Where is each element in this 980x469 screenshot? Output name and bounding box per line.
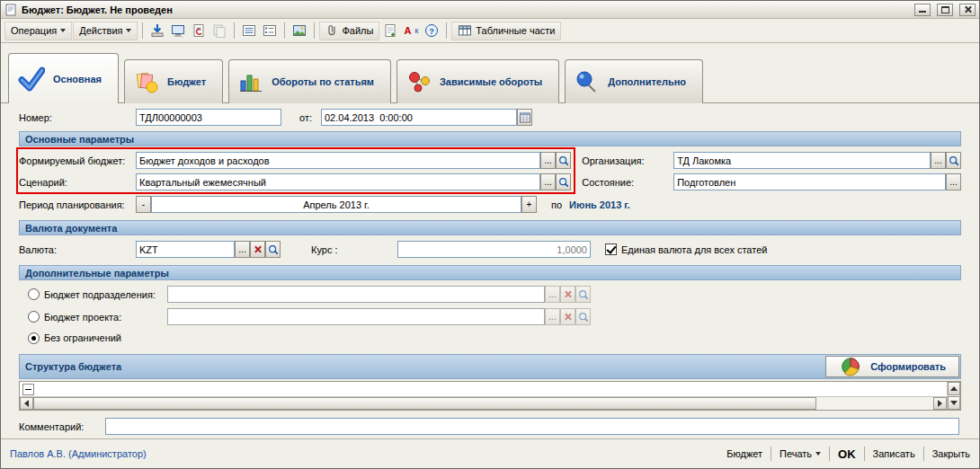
- comment-label: Комментарий:: [19, 421, 105, 432]
- currency-label: Валюта:: [19, 244, 136, 255]
- magnifier-icon: [268, 244, 279, 255]
- bar-chart-icon: [238, 69, 263, 94]
- tab-main[interactable]: Основная: [8, 53, 119, 103]
- no-limits-radio[interactable]: [28, 332, 40, 344]
- period-value-field[interactable]: Апрель 2013 г.: [151, 196, 521, 213]
- forming-budget-input[interactable]: [136, 152, 540, 169]
- print-menu-button[interactable]: Печать: [780, 448, 821, 459]
- save-button[interactable]: Записать: [873, 448, 915, 459]
- rate-input[interactable]: [397, 241, 591, 258]
- current-user-link[interactable]: Павлов А.В. (Администратор): [10, 448, 726, 459]
- scenario-select-button[interactable]: ...: [540, 173, 556, 190]
- state-input[interactable]: [673, 173, 946, 190]
- tab-dependent-turnovers[interactable]: Зависимые обороты: [396, 59, 559, 103]
- scenario-input[interactable]: [136, 173, 540, 190]
- organization-select-button[interactable]: ...: [931, 152, 946, 169]
- magnifier-icon: [578, 312, 589, 323]
- section-additional-parameters: Дополнительные параметры: [19, 265, 961, 280]
- tab-turnovers-by-items[interactable]: Обороты по статьям: [228, 59, 391, 103]
- ok-button[interactable]: OK: [838, 447, 856, 461]
- close-button[interactable]: [959, 4, 976, 16]
- number-input[interactable]: [136, 109, 281, 126]
- tree-root-row[interactable]: [20, 382, 947, 396]
- post-document-button[interactable]: [147, 22, 167, 40]
- tabular-parts-button[interactable]: Табличные части: [451, 22, 561, 40]
- legend-button[interactable]: Ак: [401, 22, 421, 40]
- close-form-button[interactable]: Закрыть: [932, 448, 970, 459]
- currency-input[interactable]: [136, 241, 235, 258]
- horizontal-scroll-track[interactable]: [33, 397, 933, 410]
- help-icon: ?: [424, 23, 439, 38]
- statusbar-separator: [829, 447, 830, 461]
- state-select-button[interactable]: ...: [946, 173, 961, 190]
- actions-menu-button[interactable]: Действия: [73, 22, 138, 40]
- copy-button[interactable]: [209, 22, 229, 40]
- dept-budget-radio[interactable]: [28, 288, 40, 300]
- tab-additional[interactable]: Дополнительно: [565, 59, 703, 103]
- project-budget-select-button[interactable]: ...: [545, 308, 560, 325]
- minimize-button[interactable]: [914, 4, 931, 16]
- horizontal-scroll-thumb[interactable]: [33, 397, 816, 410]
- operation-menu-button[interactable]: Операция: [4, 22, 72, 40]
- project-budget-radio[interactable]: [28, 311, 40, 323]
- tree-collapse-button[interactable]: [22, 384, 34, 395]
- table-icon: [458, 23, 472, 38]
- list-check-button[interactable]: [260, 22, 280, 40]
- vertical-scrollbar[interactable]: [947, 382, 960, 410]
- no-limits-label: Без ограничений: [44, 332, 121, 343]
- magnifier-icon: [558, 177, 569, 188]
- project-budget-open-button[interactable]: [575, 308, 591, 325]
- dept-budget-select-button[interactable]: ...: [545, 286, 560, 303]
- date-input[interactable]: [321, 109, 517, 126]
- letter-k-icon: к: [414, 26, 418, 35]
- list-settings-button[interactable]: [239, 22, 259, 40]
- currency-open-button[interactable]: [265, 241, 281, 258]
- scroll-right-button[interactable]: [933, 397, 947, 410]
- budget-structure-tree[interactable]: [19, 381, 961, 411]
- structure-output-button[interactable]: [168, 22, 188, 40]
- tab-budget[interactable]: Бюджет: [124, 59, 223, 103]
- currency-clear-button[interactable]: [250, 241, 265, 258]
- arrow-down-icon: [950, 401, 958, 405]
- reread-document-button[interactable]: [189, 22, 209, 40]
- dept-budget-input[interactable]: [167, 286, 545, 303]
- paperclip-icon: [325, 23, 338, 38]
- generate-button[interactable]: Сформировать: [825, 356, 959, 377]
- show-diagram-button[interactable]: [290, 22, 309, 40]
- organization-open-button[interactable]: [946, 152, 961, 169]
- period-minus-button[interactable]: -: [136, 196, 151, 213]
- open-description-button[interactable]: [380, 22, 400, 40]
- dept-budget-clear-button[interactable]: [560, 286, 575, 303]
- scenario-open-button[interactable]: [556, 173, 571, 190]
- period-plus-button[interactable]: +: [521, 196, 537, 213]
- dept-budget-open-button[interactable]: [575, 286, 591, 303]
- single-currency-checkbox[interactable]: [605, 243, 617, 255]
- project-budget-clear-button[interactable]: [560, 308, 575, 325]
- period-to-label: по: [551, 199, 562, 210]
- forming-budget-open-button[interactable]: [556, 152, 571, 169]
- comment-input[interactable]: [105, 418, 959, 435]
- organization-input[interactable]: [673, 152, 931, 169]
- statusbar-separator: [771, 447, 771, 461]
- maximize-button[interactable]: [937, 4, 953, 16]
- scroll-up-button[interactable]: [948, 382, 960, 395]
- statusbar-commands: Бюджет Печать OK Записать Закрыть: [726, 447, 970, 461]
- minimize-icon: [919, 6, 926, 13]
- scroll-down-button[interactable]: [948, 396, 960, 410]
- scroll-left-button[interactable]: [20, 397, 33, 410]
- horizontal-scrollbar[interactable]: [20, 396, 947, 410]
- currency-select-button[interactable]: ...: [235, 241, 250, 258]
- clear-icon: [254, 245, 262, 253]
- magnifier-icon: [578, 289, 589, 300]
- date-label: от:: [299, 112, 321, 123]
- statusbar-budget-button[interactable]: Бюджет: [726, 448, 762, 459]
- calendar-button[interactable]: [517, 109, 532, 126]
- toolbar-separator: [314, 22, 315, 39]
- clear-icon: [564, 313, 572, 321]
- project-budget-input[interactable]: [167, 308, 545, 325]
- help-button[interactable]: ?: [422, 22, 441, 40]
- toolbar-separator: [142, 22, 143, 39]
- files-button[interactable]: Файлы: [319, 22, 379, 40]
- titlebar[interactable]: Бюджет: Бюджет. Не проведен: [1, 1, 979, 19]
- forming-budget-select-button[interactable]: ...: [540, 152, 556, 169]
